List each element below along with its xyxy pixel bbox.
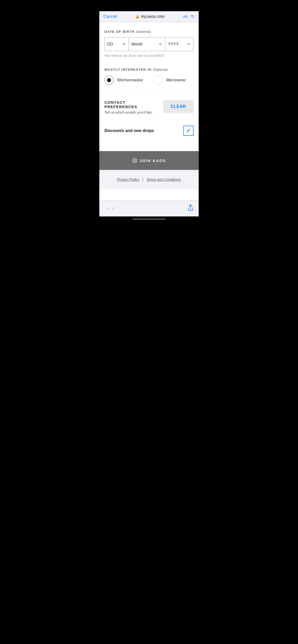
menswear-label: Menswear — [166, 78, 186, 82]
contact-subtitle: Tell us which emails you'd like: — [104, 110, 159, 114]
interest-optional: (Optional): — [153, 68, 168, 71]
dob-selects: DD 12345 678910 1112131415 1617181920 21… — [104, 37, 194, 51]
footer-section: Privacy Policy | Terms and Conditions — [99, 170, 199, 189]
join-button-label: JOIN ASOS — [140, 158, 166, 163]
dob-hint: You need to be 16 or over to use ASOS — [104, 54, 194, 57]
browser-chrome: Cancel 🔒 my.asos.com AA ↻ — [99, 11, 199, 22]
interest-label: MOSTLY INTERESTED IN (Optional): — [104, 68, 194, 71]
day-select[interactable]: DD 12345 678910 1112131415 1617181920 21… — [105, 37, 129, 51]
browser-bottom-bar: ‹ › — [99, 200, 199, 216]
share-button[interactable] — [187, 204, 194, 213]
contact-header: CONTACT PREFERENCES Tell us which emails… — [104, 100, 194, 114]
terms-conditions-link[interactable]: Terms and Conditions — [146, 178, 181, 182]
browser-url: 🔒 my.asos.com — [135, 14, 165, 19]
privacy-policy-link[interactable]: Privacy Policy — [117, 178, 139, 182]
contact-header-left: CONTACT PREFERENCES Tell us which emails… — [104, 100, 159, 114]
preference-row-discounts: Discounts and new drops ✓ — [104, 121, 194, 141]
main-content: DATE OF BIRTH (Optional): DD 12345 67891… — [99, 22, 199, 200]
womenswear-option[interactable]: Womenswear — [104, 76, 143, 85]
browser-right-controls: AA ↻ — [183, 14, 195, 19]
reload-button[interactable]: ↻ — [191, 14, 195, 19]
footer-divider: | — [142, 178, 144, 182]
url-text: my.asos.com — [141, 14, 165, 19]
year-select[interactable]: YYYY 2008200720062005 2004200320022001 2… — [165, 37, 193, 51]
text-size-button[interactable]: AA — [183, 14, 188, 19]
womenswear-label: Womenswear — [117, 78, 143, 82]
clear-button[interactable]: CLEAR — [163, 100, 194, 113]
forward-button[interactable]: › — [110, 203, 116, 213]
menswear-radio[interactable] — [154, 76, 163, 85]
checkmark-icon: ✓ — [186, 128, 191, 134]
discounts-checkbox[interactable]: ✓ — [183, 126, 194, 136]
month-select[interactable]: Month JanuaryFebruaryMarchApril MayJuneJ… — [129, 37, 165, 51]
home-bar — [132, 218, 166, 220]
back-button[interactable]: ‹ — [104, 203, 110, 213]
join-button-container: JOIN ASOS — [99, 151, 199, 170]
footer-links: Privacy Policy | Terms and Conditions — [104, 178, 194, 182]
join-asos-button[interactable]: JOIN ASOS — [99, 151, 199, 170]
menswear-option[interactable]: Menswear — [154, 76, 186, 85]
status-bar — [99, 0, 199, 11]
dob-section: DATE OF BIRTH (Optional): DD 12345 67891… — [104, 30, 194, 57]
lock-icon: 🔒 — [135, 14, 140, 19]
browser-cancel-button[interactable]: Cancel — [103, 14, 117, 19]
radio-group: Womenswear Menswear — [104, 76, 194, 85]
contact-title: CONTACT PREFERENCES — [104, 100, 159, 109]
dob-optional: (Optional): — [136, 30, 152, 34]
contact-section: CONTACT PREFERENCES Tell us which emails… — [104, 92, 194, 141]
interest-section: MOSTLY INTERESTED IN (Optional): Womensw… — [104, 68, 194, 85]
womenswear-radio[interactable] — [104, 76, 114, 85]
home-indicator — [99, 216, 199, 224]
discounts-label: Discounts and new drops — [104, 128, 154, 133]
spinner-icon — [132, 158, 138, 163]
dob-label: DATE OF BIRTH (Optional): — [104, 30, 194, 34]
